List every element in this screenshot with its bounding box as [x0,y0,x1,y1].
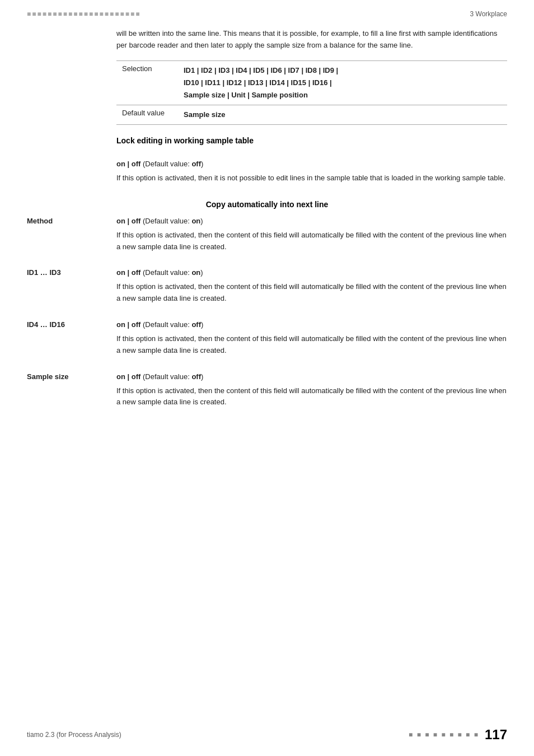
lock-label-spacer [27,136,116,151]
sample-size-label: Sample size [27,372,116,409]
sample-size-default-value: off [191,372,201,381]
selection-value: ID1 | ID2 | ID3 | ID4 | ID5 | ID6 | ID7 … [184,66,338,99]
id4-content: on | off (Default value: off) If this op… [116,320,507,357]
intro-paragraph: will be written into the same line. This… [116,28,507,52]
sample-size-content: on | off (Default value: off) If this op… [116,372,507,409]
method-label: Method [27,217,116,253]
footer-decoration: ■ ■ ■ ■ ■ ■ ■ ■ ■ [409,731,479,739]
lock-on-off: on | off [116,160,140,168]
id4-description: If this option is activated, then the co… [116,333,507,357]
definition-table: Selection ID1 | ID2 | ID3 | ID4 | ID5 | … [116,60,507,125]
id1-option-line: on | off (Default value: on) [116,268,507,277]
id4-close: ) [201,320,203,329]
method-row: Method on | off (Default value: on) If t… [27,217,507,253]
id4-default-prefix: (Default value: [143,320,191,329]
id4-section: ID4 … ID16 on | off (Default value: off)… [27,320,507,357]
page-footer: tiamo 2.3 (for Process Analysis) ■ ■ ■ ■… [0,727,534,743]
table-label-selection: Selection [116,60,178,105]
table-label-default: Default value [116,105,178,124]
sample-size-close: ) [201,372,203,381]
lock-heading-content: Lock editing in working sample table [116,136,507,151]
method-section: Method on | off (Default value: on) If t… [27,217,507,253]
id4-default-value: off [191,320,201,329]
id4-on-off: on | off [116,320,140,329]
method-default-value: on [191,217,200,225]
default-value: Sample size [184,110,225,119]
table-value-default: Sample size [178,105,507,124]
id1-default-value: on [191,268,200,277]
table-value-selection: ID1 | ID2 | ID3 | ID4 | ID5 | ID6 | ID7 … [178,60,507,105]
lock-option-content: on | off (Default value: off) If this op… [116,160,507,184]
lock-close: ) [201,160,203,168]
id1-close: ) [200,268,203,277]
lock-heading: Lock editing in working sample table [116,136,507,145]
id1-row: ID1 … ID3 on | off (Default value: on) I… [27,268,507,305]
sample-size-on-off: on | off [116,372,140,381]
id4-row: ID4 … ID16 on | off (Default value: off)… [27,320,507,357]
page-number: 117 [485,727,507,743]
header-decoration: ■■■■■■■■■■■■■■■■■■■■■■ [27,10,140,18]
sample-size-description: If this option is activated, then the co… [116,385,507,409]
method-description: If this option is activated, then the co… [116,230,507,253]
lock-heading-row: Lock editing in working sample table [27,136,507,151]
lock-option-line: on | off (Default value: off) [116,160,507,168]
app-name: tiamo 2.3 (for Process Analysis) [27,731,121,739]
id1-content: on | off (Default value: on) If this opt… [116,268,507,305]
method-content: on | off (Default value: on) If this opt… [116,217,507,253]
id1-description: If this option is activated, then the co… [116,281,507,305]
method-option-line: on | off (Default value: on) [116,217,507,225]
sample-size-default-prefix: (Default value: [143,372,191,381]
table-row: Default value Sample size [116,105,507,124]
id4-label: ID4 … ID16 [27,320,116,357]
selection-table: Selection ID1 | ID2 | ID3 | ID4 | ID5 | … [116,60,507,125]
sample-size-section: Sample size on | off (Default value: off… [27,372,507,409]
lock-default-prefix: (Default value: [143,160,191,168]
id1-section: ID1 … ID3 on | off (Default value: on) I… [27,268,507,305]
id1-label: ID1 … ID3 [27,268,116,305]
copy-heading: Copy automatically into next line [27,200,507,209]
lock-option-row: on | off (Default value: off) If this op… [27,160,507,184]
id4-option-line: on | off (Default value: off) [116,320,507,329]
main-content: will be written into the same line. This… [0,22,534,446]
method-on-off: on | off [116,217,140,225]
id1-on-off: on | off [116,268,140,277]
table-row: Selection ID1 | ID2 | ID3 | ID4 | ID5 | … [116,60,507,105]
lock-description: If this option is activated, then it is … [116,172,507,184]
page-header: ■■■■■■■■■■■■■■■■■■■■■■ 3 Workplace [0,0,534,22]
sample-size-option-line: on | off (Default value: off) [116,372,507,381]
sample-size-row: Sample size on | off (Default value: off… [27,372,507,409]
method-close: ) [200,217,203,225]
lock-default-value: off [191,160,201,168]
chapter-label: 3 Workplace [470,10,507,18]
lock-left-spacer [27,160,116,184]
id1-default-prefix: (Default value: [143,268,191,277]
lock-section: Lock editing in working sample table on … [27,136,507,184]
method-default-prefix: (Default value: [143,217,191,225]
